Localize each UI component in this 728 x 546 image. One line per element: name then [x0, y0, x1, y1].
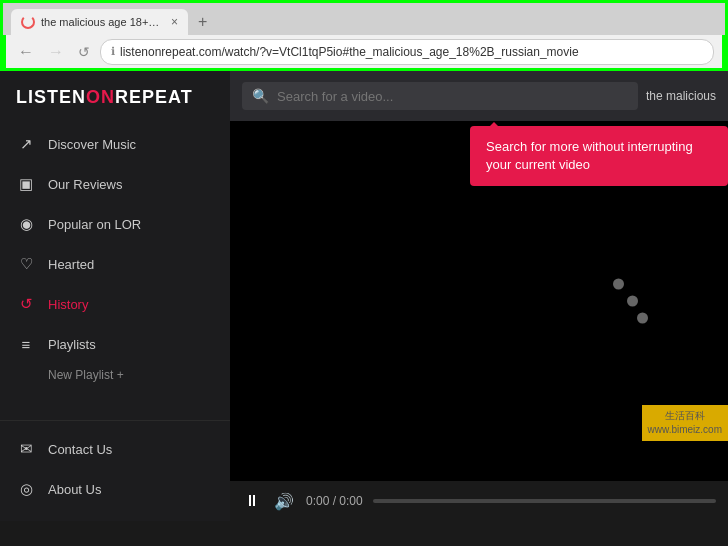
tab-favicon — [21, 15, 35, 29]
history-icon: ↺ — [16, 294, 36, 314]
progress-bar[interactable] — [373, 499, 716, 503]
search-tooltip: Search for more without interrupting you… — [470, 126, 728, 186]
pause-button[interactable]: ⏸ — [242, 490, 262, 512]
discover-icon: ↗ — [16, 134, 36, 154]
sidebar-item-hearted[interactable]: ♡ Hearted — [0, 244, 230, 284]
sidebar: LISTENONREPEAT ↗ Discover Music ▣ Our Re… — [0, 71, 230, 521]
loading-indicator — [613, 279, 648, 324]
search-input[interactable] — [277, 89, 628, 104]
main-content: 🔍 the malicious Search for more without … — [230, 71, 728, 521]
watermark-line2: www.bimeiz.com — [648, 423, 722, 437]
search-icon: 🔍 — [252, 88, 269, 104]
popular-icon: ◉ — [16, 214, 36, 234]
playlists-icon: ≡ — [16, 334, 36, 354]
volume-button[interactable]: 🔊 — [272, 490, 296, 513]
sidebar-item-label: Contact Us — [48, 442, 112, 457]
tab-bar: the malicious age 18+ russ... × + — [3, 3, 725, 35]
sidebar-item-reviews[interactable]: ▣ Our Reviews — [0, 164, 230, 204]
sidebar-item-label: About Us — [48, 482, 101, 497]
sidebar-item-about[interactable]: ◎ About Us — [0, 469, 230, 509]
sidebar-item-discover[interactable]: ↗ Discover Music — [0, 124, 230, 164]
sidebar-item-label: Popular on LOR — [48, 217, 141, 232]
sidebar-bottom: ✉ Contact Us ◎ About Us — [0, 420, 230, 521]
active-tab[interactable]: the malicious age 18+ russ... × — [11, 9, 188, 35]
sidebar-item-label: Our Reviews — [48, 177, 122, 192]
sidebar-item-playlists[interactable]: ≡ Playlists — [0, 324, 230, 364]
top-bar: 🔍 the malicious — [230, 71, 728, 121]
back-button[interactable]: ← — [14, 41, 38, 63]
video-controls: ⏸ 🔊 0:00 / 0:00 — [230, 481, 728, 521]
search-box[interactable]: 🔍 — [242, 82, 638, 110]
new-tab-button[interactable]: + — [194, 13, 211, 31]
watermark: 生活百科 www.bimeiz.com — [642, 405, 728, 441]
address-box[interactable]: ℹ listenonrepeat.com/watch/?v=VtCl1tqP5i… — [100, 39, 714, 65]
refresh-button[interactable]: ↺ — [74, 42, 94, 62]
loading-dot-1 — [613, 279, 624, 290]
loading-dot-3 — [637, 313, 648, 324]
address-text: listenonrepeat.com/watch/?v=VtCl1tqP5io#… — [120, 45, 579, 59]
sidebar-item-popular[interactable]: ◉ Popular on LOR — [0, 204, 230, 244]
heart-icon: ♡ — [16, 254, 36, 274]
sidebar-item-label: Hearted — [48, 257, 94, 272]
new-playlist-button[interactable]: New Playlist + — [48, 368, 214, 382]
sidebar-item-contact[interactable]: ✉ Contact Us — [0, 429, 230, 469]
sidebar-item-label: Discover Music — [48, 137, 136, 152]
sidebar-item-label: Playlists — [48, 337, 96, 352]
nav-items: ↗ Discover Music ▣ Our Reviews ◉ Popular… — [0, 120, 230, 420]
tab-close-button[interactable]: × — [171, 15, 178, 29]
info-icon: ℹ — [111, 45, 115, 58]
about-icon: ◎ — [16, 479, 36, 499]
time-display: 0:00 / 0:00 — [306, 494, 363, 508]
logo-area: LISTENONREPEAT — [0, 71, 230, 120]
tooltip-text: Search for more without interrupting you… — [486, 139, 693, 172]
tab-title: the malicious age 18+ russ... — [41, 16, 161, 28]
watermark-line1: 生活百科 — [648, 409, 722, 423]
contact-icon: ✉ — [16, 439, 36, 459]
forward-button[interactable]: → — [44, 41, 68, 63]
reviews-icon: ▣ — [16, 174, 36, 194]
sidebar-item-label: History — [48, 297, 88, 312]
browser-window: the malicious age 18+ russ... × + ← → ↺ … — [0, 0, 728, 71]
address-bar-row: ← → ↺ ℹ listenonrepeat.com/watch/?v=VtCl… — [3, 35, 725, 71]
app-container: LISTENONREPEAT ↗ Discover Music ▣ Our Re… — [0, 71, 728, 521]
sidebar-item-history[interactable]: ↺ History — [0, 284, 230, 324]
current-track-label: the malicious — [646, 89, 716, 103]
logo: LISTENONREPEAT — [16, 87, 193, 107]
loading-dot-2 — [627, 296, 638, 307]
